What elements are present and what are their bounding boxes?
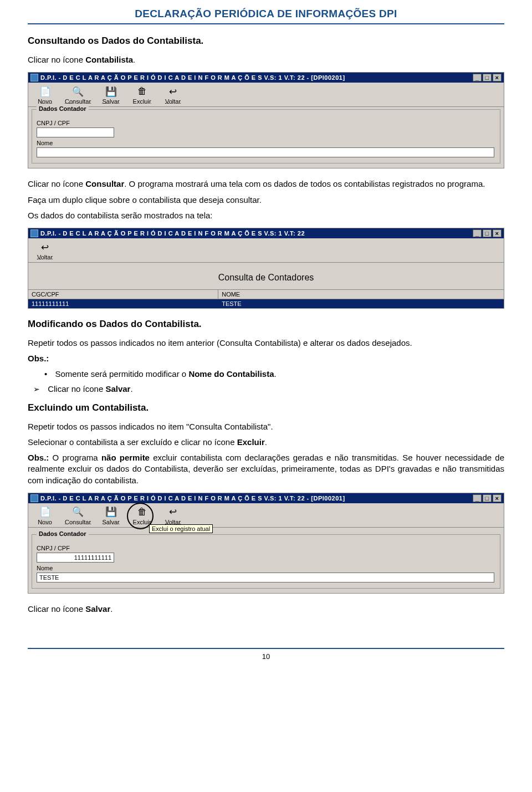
bold: Salvar <box>105 384 130 394</box>
window-buttons: _ □ × <box>473 74 502 81</box>
text: Clicar no ícone <box>48 384 105 394</box>
save-icon: 💾 <box>105 506 117 518</box>
cnpj-input[interactable] <box>37 553 114 563</box>
cnpj-label: CNPJ / CPF <box>37 120 495 126</box>
para-duplo-clique: Faça um duplo clique sobre o contabilist… <box>28 195 504 206</box>
cnpj-label: CNPJ / CPF <box>37 545 495 551</box>
text: Clicar no ícone <box>28 55 85 64</box>
para-repetir-consulta: Repetir todos os passos indicados no ite… <box>28 421 504 432</box>
voltar-button[interactable]: ↩Voltar <box>157 84 188 106</box>
group-legend: Dados Contador <box>37 105 89 112</box>
document-icon: 📄 <box>39 506 51 518</box>
novo-button[interactable]: 📄Novo <box>29 504 60 527</box>
bold: Salvar <box>85 604 110 614</box>
label: Salvar <box>103 98 120 105</box>
salvar-button[interactable]: 💾Salvar <box>95 504 126 527</box>
obs-bold: Obs.: <box>28 453 49 462</box>
dados-contador-group: Dados Contador CNPJ / CPF Nome <box>32 534 500 589</box>
section-title-modificando: Modificando os Dados do Contabilista. <box>28 319 504 330</box>
salvar-button[interactable]: 💾Salvar <box>95 84 126 106</box>
th-nome: NOME <box>218 290 504 299</box>
window-buttons: _ □ × <box>473 494 502 502</box>
toolbar: 📄Novo 🔍Consultar 💾Salvar 🗑Excluir ↩Volta… <box>28 503 504 528</box>
para-obs-nao-permite: Obs.: O programa não permite excluir con… <box>28 452 504 486</box>
nome-label: Nome <box>37 565 495 571</box>
table-header: CGC/CPF NOME <box>28 289 504 299</box>
obs-list: Somente será permitido modificar o Nome … <box>44 369 504 379</box>
window-title: D.P.I. - D E C L A R A Ç Ã O P E R I Ó D… <box>40 495 345 502</box>
app-icon <box>30 74 38 81</box>
text: O programa <box>49 453 101 462</box>
th-cgc-cpf: CGC/CPF <box>28 290 218 299</box>
text: Selecionar o contabilista a ser excluído… <box>28 437 237 447</box>
nome-input[interactable] <box>37 573 494 582</box>
label: Novo <box>38 519 52 525</box>
cell-cgc: 11111111111 <box>28 299 218 308</box>
consultar-button[interactable]: 🔍Consultar <box>60 504 95 527</box>
label: Voltar <box>37 254 53 260</box>
maximize-icon[interactable]: □ <box>483 74 492 81</box>
window-buttons: _ □ × <box>473 229 502 237</box>
screenshot-excluir: D.P.I. - D E C L A R A Ç Ã O P E R I Ó D… <box>28 493 504 594</box>
minimize-icon[interactable]: _ <box>473 494 482 502</box>
list-item: Somente será permitido modificar o Nome … <box>44 369 504 379</box>
voltar-button[interactable]: ↩Voltar <box>29 239 60 262</box>
minimize-icon[interactable]: _ <box>473 74 482 81</box>
nome-label: Nome <box>37 140 495 146</box>
save-icon: 💾 <box>105 85 117 98</box>
section-title-excluindo: Excluindo um Contabilista. <box>28 402 504 413</box>
app-icon <box>30 229 38 237</box>
text: . <box>110 604 112 614</box>
para-click-consultar: Clicar no ícone Consultar. O programa mo… <box>28 178 504 190</box>
maximize-icon[interactable]: □ <box>483 229 492 237</box>
novo-button[interactable]: 📄Novo <box>29 84 60 106</box>
bold: Nome do Contabilista <box>188 369 274 379</box>
window-titlebar: D.P.I. - D E C L A R A Ç Ã O P E R I Ó D… <box>28 73 504 83</box>
nome-input[interactable] <box>37 147 494 157</box>
excluir-button[interactable]: 🗑Excluir <box>126 504 157 527</box>
page-number: 10 <box>28 649 504 671</box>
text: . <box>133 55 135 64</box>
text: Somente será permitido modificar o <box>55 369 188 379</box>
arrow-item-salvar: Clicar no ícone Salvar. <box>33 384 504 394</box>
cnpj-input[interactable] <box>37 127 114 137</box>
bold: Consultar <box>85 179 124 188</box>
label: Consultar <box>65 98 91 105</box>
window-titlebar: D.P.I. - D E C L A R A Ç Ã O P E R I Ó D… <box>28 493 504 503</box>
voltar-button[interactable]: ↩Voltar <box>157 504 188 527</box>
trash-icon: 🗑 <box>136 506 148 518</box>
toolbar: 📄Novo 🔍Consultar 💾Salvar 🗑Excluir ↩Volta… <box>28 83 504 107</box>
text: Clicar no ícone <box>28 179 85 188</box>
consulta-heading: Consulta de Contadores <box>28 263 504 289</box>
label: Salvar <box>103 519 120 525</box>
document-icon: 📄 <box>39 85 51 98</box>
label: Excluir <box>133 519 151 525</box>
close-icon[interactable]: × <box>493 74 502 81</box>
close-icon[interactable]: × <box>493 229 502 237</box>
tooltip-excluir: Exclui o registro atual <box>149 524 213 533</box>
screenshot-toolbar-contador: D.P.I. - D E C L A R A Ç Ã O P E R I Ó D… <box>28 72 504 168</box>
back-icon: ↩ <box>39 241 51 253</box>
close-icon[interactable]: × <box>493 494 502 502</box>
excluir-button[interactable]: 🗑Excluir <box>126 84 157 106</box>
minimize-icon[interactable]: _ <box>473 229 482 237</box>
dados-contador-group: Dados Contador CNPJ / CPF Nome <box>32 109 500 163</box>
label: Novo <box>38 98 52 105</box>
text: . O programa mostrará uma tela com os da… <box>124 179 485 188</box>
back-icon: ↩ <box>167 85 179 98</box>
text: Clicar no ícone <box>28 604 85 614</box>
bold: não permite <box>101 453 150 462</box>
table-row[interactable]: 11111111111 TESTE <box>28 299 504 308</box>
page-header: DECLARAÇÃO PERIÓDICA DE INFORMAÇÕES DPI <box>28 0 504 24</box>
maximize-icon[interactable]: □ <box>483 494 492 502</box>
label: Excluir <box>133 98 151 105</box>
para-selecionar-excluir: Selecionar o contabilista a ser excluído… <box>28 437 504 448</box>
cell-nome: TESTE <box>218 299 504 308</box>
window-title: D.P.I. - D E C L A R A Ç Ã O P E R I Ó D… <box>40 74 345 81</box>
consultar-button[interactable]: 🔍Consultar <box>60 84 95 106</box>
label: Consultar <box>65 519 91 525</box>
back-icon: ↩ <box>167 506 179 518</box>
toolbar: ↩Voltar <box>28 238 504 263</box>
search-icon: 🔍 <box>72 85 84 98</box>
para-dados-mostrados: Os dados do contabilista serão mostrados… <box>28 210 504 221</box>
